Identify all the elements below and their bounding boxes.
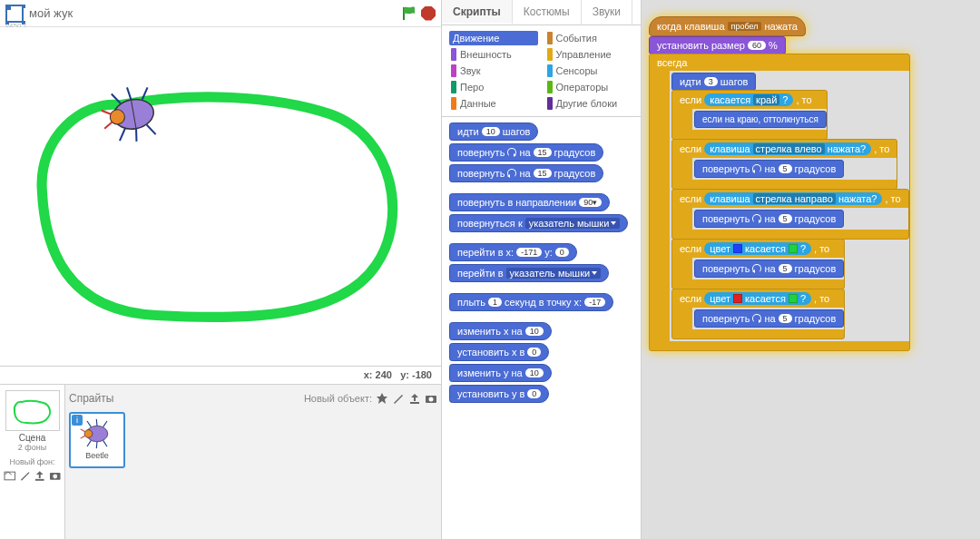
category-Звук[interactable]: Звук <box>449 64 538 78</box>
fullscreen-icon[interactable] <box>5 5 24 23</box>
color-swatch-blue[interactable] <box>733 244 742 253</box>
new-backdrop-label: Новый фон: <box>4 457 61 466</box>
block-point-direction[interactable]: повернуть в направлении90▾ <box>449 193 610 211</box>
bool-color-blue[interactable]: цветкасается? <box>704 242 811 255</box>
svg-point-6 <box>53 475 57 479</box>
category-Перо[interactable]: Перо <box>449 80 538 94</box>
block-if-color-red[interactable]: еслицветкасается?, то повернутьна5градус… <box>671 289 845 339</box>
camera-icon[interactable] <box>49 469 62 482</box>
stage-coords: x: 240 y: -180 <box>0 367 441 385</box>
stage-header: v450.1 мой жук <box>0 0 441 27</box>
new-sprite-controls: Новый объект: <box>304 392 437 405</box>
block-set-y[interactable]: установить y в0 <box>449 385 549 403</box>
tab-scripts[interactable]: Скрипты <box>442 0 513 24</box>
paint-icon[interactable] <box>19 469 32 482</box>
editor-tabs: Скрипты Костюмы Звуки <box>442 0 641 25</box>
rotate-ccw-icon <box>752 264 761 273</box>
sprite-library-icon[interactable] <box>376 392 388 405</box>
stop-button[interactable] <box>421 6 436 21</box>
bool-touching-edge[interactable]: касаетсякрай? <box>704 93 793 106</box>
svg-rect-7 <box>410 402 419 404</box>
block-point-towards[interactable]: повернуться куказатель мышки <box>449 214 628 232</box>
upload-icon[interactable] <box>34 469 46 482</box>
rotate-ccw-icon <box>507 169 516 178</box>
block-change-y[interactable]: изменить y на10 <box>449 364 552 382</box>
block-goto[interactable]: перейти вуказатель мышки <box>449 264 609 282</box>
svg-point-11 <box>84 430 93 438</box>
sprite-beetle[interactable]: i Beetle <box>69 412 125 468</box>
block-goto-xy[interactable]: перейти в x:-171y:0 <box>449 243 577 261</box>
category-Сенсоры[interactable]: Сенсоры <box>545 64 634 78</box>
rotate-cw-icon <box>752 314 761 323</box>
script-stack[interactable]: когда клавишапробелнажата установить раз… <box>649 16 973 351</box>
category-События[interactable]: События <box>545 31 634 45</box>
sprite-upload-icon[interactable] <box>408 392 421 405</box>
block-if-right[interactable]: есликлавишастрелка направонажата?, то по… <box>671 189 909 240</box>
tab-costumes[interactable]: Костюмы <box>513 0 582 24</box>
rotate-ccw-icon <box>752 164 761 173</box>
stage-thumbnail[interactable] <box>5 390 60 431</box>
rotate-cw-icon <box>507 148 516 157</box>
category-Операторы[interactable]: Операторы <box>545 80 634 94</box>
block-turn-cw[interactable]: повернутьна15градусов <box>449 143 603 162</box>
library-icon[interactable] <box>4 469 16 482</box>
block-if-edge[interactable]: есликасаетсякрай?, то если на краю, отто… <box>671 90 828 140</box>
block-move-3[interactable]: идти3шагов <box>671 73 756 91</box>
svg-point-9 <box>429 397 434 402</box>
block-turn-ccw[interactable]: повернутьна15градусов <box>449 164 603 182</box>
block-turn-ccw-5b[interactable]: повернутьна5градусов <box>694 260 844 278</box>
color-swatch-red[interactable] <box>733 294 742 303</box>
category-Данные[interactable]: Данные <box>449 96 538 111</box>
block-turn-cw-5b[interactable]: повернутьна5градусов <box>694 309 844 328</box>
svg-rect-4 <box>35 479 44 481</box>
sprite-info-icon[interactable]: i <box>72 415 83 426</box>
sprite-paint-icon[interactable] <box>392 392 405 405</box>
block-categories: ДвижениеСобытияВнешностьУправлениеЗвукСе… <box>442 25 641 117</box>
sprites-label: Спрайты <box>69 392 113 405</box>
block-if-left[interactable]: есликлавишастрелка влевонажата?, то пове… <box>671 139 897 190</box>
block-palette: идти10шагов повернутьна15градусов поверн… <box>442 117 641 411</box>
bool-key-left[interactable]: клавишастрелка влевонажата? <box>704 142 871 155</box>
rotate-cw-icon <box>752 214 761 223</box>
color-swatch-green[interactable] <box>789 294 798 303</box>
category-Внешность[interactable]: Внешность <box>449 47 538 62</box>
block-set-x[interactable]: установить x в0 <box>449 343 549 361</box>
stage-backdrop-count: 2 фоны <box>4 443 61 452</box>
sprite-camera-icon[interactable] <box>425 392 437 405</box>
bool-color-red[interactable]: цветкасается? <box>704 292 811 305</box>
block-change-x[interactable]: изменить x на10 <box>449 322 552 340</box>
block-set-size[interactable]: установить размер60% <box>649 36 786 54</box>
green-flag-button[interactable] <box>401 5 417 22</box>
script-area[interactable]: когда клавишапробелнажата установить раз… <box>642 0 980 539</box>
color-swatch-green[interactable] <box>789 244 798 253</box>
sprite-title: мой жук <box>29 6 73 20</box>
block-turn-ccw-5[interactable]: повернутьна5градусов <box>694 160 844 178</box>
block-if-color-blue[interactable]: еслицветкасается?, то повернутьна5градус… <box>671 239 845 289</box>
stage-label: Сцена <box>4 433 61 443</box>
bool-key-right[interactable]: клавишастрелка направонажата? <box>704 192 882 205</box>
stage[interactable] <box>0 27 441 367</box>
hat-when-key[interactable]: когда клавишапробелнажата <box>649 16 806 36</box>
category-Другие блоки[interactable]: Другие блоки <box>545 96 634 111</box>
block-move-steps[interactable]: идти10шагов <box>449 122 538 141</box>
tab-sounds[interactable]: Звуки <box>582 0 632 24</box>
block-glide[interactable]: плыть1секунд в точку x:-17 <box>449 293 613 311</box>
block-bounce[interactable]: если на краю, оттолкнуться <box>694 111 827 128</box>
block-forever[interactable]: всегда идти3шагов есликасаетсякрай?, то … <box>649 54 910 351</box>
category-Движение[interactable]: Движение <box>449 31 538 45</box>
category-Управление[interactable]: Управление <box>545 47 634 62</box>
block-turn-cw-5[interactable]: повернутьна5градусов <box>694 210 844 228</box>
